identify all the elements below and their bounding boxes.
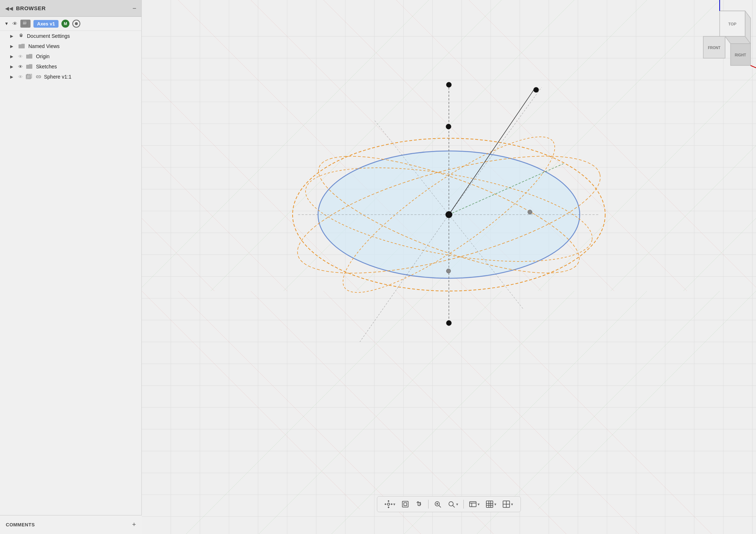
viewport-canvas: TOP FRONT RIGHT Z X: [142, 0, 756, 534]
svg-rect-131: [470, 502, 476, 507]
doc-collapse-arrow[interactable]: ▼: [4, 21, 9, 26]
named-views-label: Named Views: [28, 43, 60, 49]
component-icon-sphere: [26, 74, 33, 80]
browser-title-row: ◀◀ BROWSER: [5, 5, 46, 11]
svg-rect-124: [404, 503, 407, 506]
tree-item-sketches[interactable]: ▶ 👁 Sketches: [0, 61, 141, 72]
zoom-dropdown-arrow: ▾: [456, 502, 458, 507]
panels-dropdown-arrow: ▾: [511, 502, 513, 507]
tree-item-sphere-v1[interactable]: ▶ 👁 Sphere v1:1: [0, 72, 141, 82]
svg-text:FRONT: FRONT: [708, 46, 720, 50]
pan-button[interactable]: [413, 499, 425, 510]
origin-label: Origin: [36, 53, 49, 59]
expand-arrow-document-settings[interactable]: ▶: [10, 34, 15, 39]
comments-panel: COMMENTS +: [0, 515, 142, 534]
comments-add-button[interactable]: +: [132, 521, 136, 529]
svg-rect-1: [23, 21, 27, 22]
comments-label: COMMENTS: [6, 522, 35, 527]
svg-point-104: [446, 320, 451, 326]
svg-point-103: [446, 269, 451, 273]
viewport[interactable]: TOP FRONT RIGHT Z X: [142, 0, 756, 534]
display-mode-button[interactable]: ▾: [467, 499, 482, 510]
zoom-button[interactable]: ▾: [445, 499, 461, 510]
m-badge: M: [61, 20, 69, 28]
browser-title: BROWSER: [16, 5, 46, 11]
doc-name-button[interactable]: Axes v1: [33, 20, 59, 28]
browser-minimize-button[interactable]: −: [132, 5, 136, 12]
sidebar: ◀◀ BROWSER − ▼ 👁 Axes v1 M: [0, 0, 142, 534]
svg-point-100: [534, 87, 539, 92]
toolbar-separator-1: [428, 500, 429, 509]
svg-point-118: [387, 503, 390, 505]
expand-arrow-sketches[interactable]: ▶: [10, 64, 15, 69]
fit-screen-button[interactable]: [399, 499, 411, 510]
folder-icon-origin: [26, 53, 33, 59]
svg-rect-9: [27, 75, 30, 78]
sketches-label: Sketches: [36, 64, 57, 69]
active-doc-row: ▼ 👁 Axes v1 M: [0, 17, 141, 31]
svg-line-126: [439, 506, 441, 508]
svg-rect-0: [22, 21, 27, 26]
grid-dropdown-arrow: ▾: [494, 502, 496, 507]
browser-collapse-arrow[interactable]: ◀◀: [5, 5, 13, 11]
expand-arrow-origin[interactable]: ▶: [10, 54, 15, 59]
tree-item-named-views[interactable]: ▶ Named Views: [0, 41, 141, 51]
svg-point-98: [446, 211, 452, 218]
grid-options-button[interactable]: ▾: [483, 499, 499, 510]
sphere-visibility-eye[interactable]: 👁: [18, 74, 23, 80]
svg-point-101: [446, 124, 451, 129]
svg-rect-134: [486, 501, 493, 507]
origin-visibility-eye[interactable]: 👁: [18, 54, 23, 59]
zoom-fit-button[interactable]: [431, 499, 444, 510]
sketches-visibility-eye[interactable]: 👁: [18, 64, 23, 69]
sidebar-spacer: [0, 82, 141, 515]
expand-arrow-sphere[interactable]: ▶: [10, 75, 15, 79]
svg-text:RIGHT: RIGHT: [735, 53, 746, 57]
browser-header: ◀◀ BROWSER −: [0, 0, 141, 17]
svg-point-129: [449, 502, 453, 506]
folder-icon-named-views: [18, 43, 25, 49]
doc-visibility-eye[interactable]: 👁: [12, 21, 17, 27]
document-settings-label: Document Settings: [27, 33, 70, 39]
tree-item-origin[interactable]: ▶ 👁 Origin: [0, 51, 141, 61]
tree-item-document-settings[interactable]: ▶ Document Settings: [0, 31, 141, 41]
bottom-toolbar: ▾: [377, 496, 521, 512]
svg-point-99: [446, 82, 451, 87]
svg-text:TOP: TOP: [728, 22, 736, 26]
panels-button[interactable]: ▾: [500, 499, 515, 510]
expand-arrow-named-views[interactable]: ▶: [10, 44, 15, 49]
move-tool-button[interactable]: ▾: [382, 499, 398, 510]
toolbar-separator-2: [463, 500, 464, 509]
folder-icon-sketches: [26, 64, 33, 69]
display-dropdown-arrow: ▾: [478, 502, 480, 507]
svg-line-130: [453, 506, 455, 508]
doc-icon: [20, 20, 31, 28]
sphere-label: Sphere v1:1: [44, 74, 72, 80]
link-icon-sphere: [36, 74, 41, 79]
main-container: ◀◀ BROWSER − ▼ 👁 Axes v1 M: [0, 0, 756, 534]
svg-point-102: [528, 210, 532, 214]
move-dropdown-arrow: ▾: [393, 502, 395, 507]
gear-icon: [18, 33, 24, 39]
settings-icon[interactable]: [72, 20, 80, 28]
svg-rect-123: [402, 501, 408, 507]
